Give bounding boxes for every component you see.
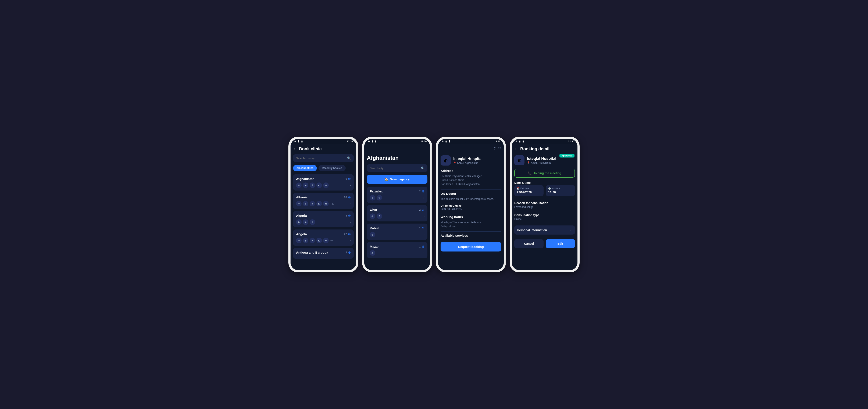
- select-agency-button[interactable]: 🏠 Select agency: [367, 175, 428, 184]
- city-count-kabul: 1 ⊕: [419, 226, 425, 230]
- clinic-dot-4: ◐: [316, 182, 322, 188]
- status-bar-4: 12:30: [512, 139, 578, 144]
- city-item-kabul[interactable]: Kabul 1 ⊕ ◐ ›: [367, 224, 428, 240]
- wifi-icon-3: [445, 140, 447, 143]
- clinic-dot-an4: ◐: [316, 238, 322, 243]
- signal-icon-2: [368, 140, 370, 143]
- signal-icon-4: [515, 140, 518, 143]
- back-arrow-1[interactable]: ←: [293, 147, 297, 151]
- arrow-mazar: ›: [424, 251, 425, 255]
- hospital-logo-icon-4: ◐: [518, 158, 521, 163]
- clinic-dot-a2: ◈: [303, 201, 308, 206]
- search-country-input[interactable]: [296, 157, 347, 160]
- status-bar-2: 12:30: [364, 139, 430, 144]
- screens-container: 12:30 ← Book clinic 🔍 All couontries Rec…: [288, 137, 580, 272]
- country-item-albania[interactable]: Albania 20 ⊕ ❋ ◈ ✳ ◐ ✿ +10: [293, 193, 354, 209]
- request-booking-button[interactable]: Request booking: [440, 242, 501, 251]
- country-count-antigua: 3 ⊕: [345, 250, 351, 254]
- search-bar-1[interactable]: 🔍: [293, 154, 354, 162]
- chevron-down-icon: ⌄: [569, 228, 572, 232]
- agency-icon: 🏠: [384, 178, 388, 181]
- city-row-ghor: Ghor 2 ⊕: [370, 208, 425, 212]
- hospital-info-4: Isteqlal Hospital 📍 Kabul, Afghanistan: [527, 157, 556, 164]
- clinic-dot-1: ❋: [296, 182, 302, 188]
- more-badge-angola: +5: [330, 239, 333, 242]
- city-count-mazar: 1 ⊕: [419, 244, 425, 248]
- notch-1: [317, 140, 330, 143]
- city-item-faizabad[interactable]: Faizabad 2 ⊕ ◐ ✿ ›: [367, 187, 428, 203]
- doctor-label: UN Doctor: [440, 192, 501, 195]
- hospital-logo-4: ◐: [514, 155, 525, 165]
- top-actions-3: ⤴ ♡: [494, 146, 501, 151]
- phone-2-wrapper: 12:30 ← Afghanistan 🔍 🏠 Select agency: [362, 137, 432, 272]
- edit-button[interactable]: Edit: [546, 239, 575, 248]
- city-name-mazar: Mazar: [370, 245, 379, 248]
- city-item-ghor[interactable]: Ghor 2 ⊕ ◐ ✿ ›: [367, 205, 428, 221]
- screen2-header: ←: [367, 146, 428, 151]
- screen2-title: Afghanistan: [367, 154, 428, 161]
- battery-icon-4: [522, 140, 525, 143]
- country-item-algeria[interactable]: Algeria 5 ⊕ ◐ ◈ ✳ ›: [293, 211, 354, 227]
- tab-all-countries[interactable]: All couontries: [293, 165, 317, 171]
- clinic-icons-albania: ❋ ◈ ✳ ◐ ✿ +10: [296, 201, 334, 206]
- divider-2: [440, 213, 501, 213]
- heart-icon[interactable]: ♡: [498, 146, 501, 151]
- hospital-info: Isteqlal Hospital 📍 Kabul, Afghanistan: [453, 157, 483, 165]
- city-item-mazar[interactable]: Mazar 1 ⊕ ◐ ›: [367, 242, 428, 258]
- clinic-dot-an3: ✳: [310, 238, 315, 243]
- city-name-ghor: Ghor: [370, 208, 377, 211]
- screen4-title: Booking detail: [520, 146, 550, 151]
- personal-info-row[interactable]: Personal information ⌄: [514, 226, 575, 235]
- share-icon[interactable]: ⤴: [494, 146, 496, 151]
- phone-4: 12:30 ← Booking detail Approved ◐ Isteql…: [512, 139, 578, 270]
- more-badge-albania: +10: [330, 202, 334, 205]
- search-city-input[interactable]: [370, 167, 421, 170]
- country-row-albania: Albania 20 ⊕: [296, 195, 351, 199]
- battery-icon-2: [374, 140, 377, 143]
- hospital-name: Isteqlal Hospital: [453, 157, 483, 161]
- back-arrow-3[interactable]: ←: [440, 147, 444, 151]
- location-pin-icon: 📍: [453, 162, 457, 165]
- back-arrow-4[interactable]: ←: [514, 147, 518, 151]
- hospital-logo: ◐: [440, 156, 451, 166]
- doctor-name: Dr. Ryan Canlas: [440, 204, 501, 207]
- arrow-kabul: ›: [424, 233, 425, 236]
- search-bar-2[interactable]: 🔍: [367, 164, 428, 172]
- tab-recently-booked[interactable]: Recently booked: [318, 165, 346, 171]
- clinic-dot-a5: ✿: [323, 201, 329, 206]
- plus-icon-afghanistan: ⊕: [348, 177, 351, 181]
- country-name-albania: Albania: [296, 195, 308, 199]
- clock-icon: 🕐: [548, 188, 551, 190]
- wifi-icon-4: [519, 140, 521, 143]
- country-item-antigua[interactable]: Antigua and Barbuda 3 ⊕: [293, 248, 354, 259]
- arrow-albania: ›: [350, 202, 351, 205]
- services-label: Available services: [440, 234, 501, 237]
- country-item-afghanistan[interactable]: Afghanistan 6 ⊕ ❋ ◈ ✳ ◐ ✿: [293, 174, 354, 191]
- notch-3: [465, 140, 477, 143]
- city-row-faizabad: Faizabad 2 ⊕: [370, 189, 425, 193]
- joining-meeting-button[interactable]: 📞 Joining the meeting: [514, 169, 575, 178]
- city-name-kabul: Kabul: [370, 226, 379, 230]
- back-arrow-2[interactable]: ←: [367, 146, 371, 151]
- bottom-actions: Cancel Edit: [514, 238, 575, 248]
- country-name-angola: Angola: [296, 232, 307, 236]
- clinic-dot-an2: ◈: [303, 238, 308, 243]
- country-count-algeria: 5 ⊕: [345, 214, 351, 217]
- doctor-phone: +234 803 4022095: [440, 208, 501, 211]
- country-item-angola[interactable]: Angola 22 ⊕ ❋ ◈ ✳ ◐ ✿ +5: [293, 230, 354, 246]
- screen3-content: ← ⤴ ♡ ◐ Isteqlal Hospital 📍 Kabul, Af: [438, 144, 504, 270]
- screen3-header: ← ⤴ ♡: [440, 146, 501, 151]
- working-hours-text: Monday – Thursday: open 24 hours Friday:…: [440, 220, 501, 229]
- country-row-algeria: Algeria 5 ⊕: [296, 214, 351, 217]
- consult-type-section: Consultation type Online: [514, 213, 575, 220]
- clinic-icons-ghor: ◐ ✿: [370, 213, 382, 219]
- battery-icon: [301, 140, 303, 143]
- tab-row-1: All couontries Recently booked: [293, 165, 354, 171]
- clinic-icons-kabul: ◐: [370, 232, 375, 237]
- country-name-afghanistan: Afghanistan: [296, 177, 314, 180]
- hospital-location: 📍 Kabul, Afghanistan: [453, 162, 483, 165]
- screen1-title: Book clinic: [299, 146, 322, 151]
- plus-icon-antigua: ⊕: [348, 250, 351, 254]
- visit-time-box: 🕐 Visit time 10:30: [546, 185, 575, 196]
- cancel-button[interactable]: Cancel: [514, 239, 544, 248]
